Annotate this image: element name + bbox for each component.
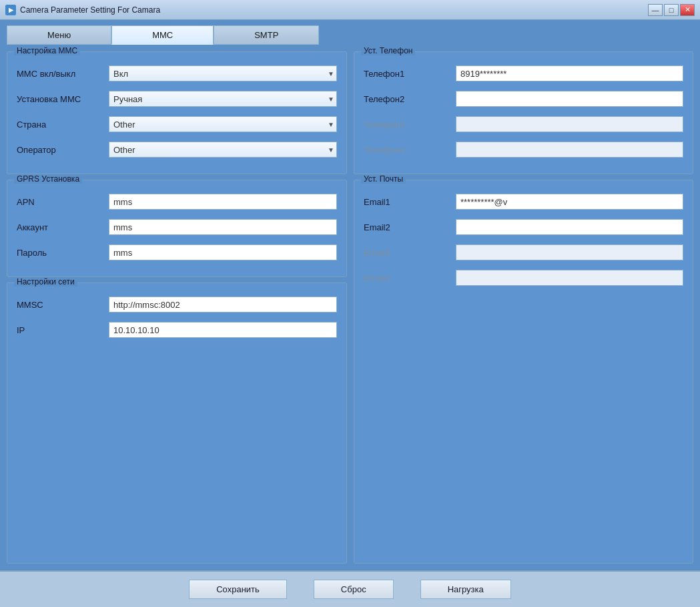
email2-row: Email2 [364,219,683,235]
country-row: Страна Other Russia ▼ [17,116,337,132]
password-row: Пароль [17,244,337,260]
save-button[interactable]: Сохранить [189,580,287,599]
phone1-label: Телефон1 [364,69,450,79]
gprs-panel: GPRS Установка APN Аккаунт Пароль [7,180,347,277]
phone1-row: Телефон1 [364,65,683,81]
content-area: Настройка ММС ММС вкл/выкл Вкл Выкл ▼ Ус… [0,45,700,570]
mmc-toggle-wrapper: Вкл Выкл ▼ [109,65,337,81]
main-window: Меню ММС SMTP Настройка ММС ММС вкл/выкл… [0,20,700,607]
maximize-button[interactable]: □ [664,4,679,16]
mmc-setup-select[interactable]: Ручная Авто [109,91,337,107]
apn-label: APN [17,197,103,207]
mmc-toggle-label: ММС вкл/выкл [17,69,103,79]
email1-input[interactable] [456,194,683,210]
ip-label: IP [17,325,103,335]
email2-label: Email2 [364,222,450,232]
operator-select[interactable]: Other [109,142,337,158]
tab-menu[interactable]: Меню [7,25,111,45]
phone1-input[interactable] [456,65,683,81]
close-button[interactable]: ✕ [680,4,695,16]
apn-row: APN [17,194,337,210]
left-bottom-section: GPRS Установка APN Аккаунт Пароль [7,180,347,564]
ip-input[interactable] [109,322,337,338]
window-title: Camera Parameter Setting For Camara [20,5,644,15]
mmc-panel-title: Настройка ММС [14,46,80,55]
email3-row: Email3 [364,244,683,260]
gprs-panel-title: GPRS Установка [14,174,82,184]
mmc-toggle-row: ММС вкл/выкл Вкл Выкл ▼ [17,65,337,81]
country-wrapper: Other Russia ▼ [109,116,337,132]
load-button[interactable]: Нагрузка [420,580,511,599]
title-bar: ▶ Camera Parameter Setting For Camara — … [0,0,700,20]
mmsc-input[interactable] [109,296,337,313]
ip-row: IP [17,322,337,338]
email-settings-panel: Уст. Почты Email1 Email2 Email3 Email4 [354,180,693,564]
apn-input[interactable] [109,194,337,210]
password-label: Пароль [17,248,103,258]
account-row: Аккаунт [17,219,337,235]
phone4-label: Телефон4 [364,145,450,155]
email3-label: Email3 [364,248,450,258]
account-input[interactable] [109,219,337,235]
email4-input [456,270,683,286]
phone4-input [456,142,683,158]
country-label: Страна [17,120,103,130]
mmc-toggle-select[interactable]: Вкл Выкл [109,65,337,81]
phone2-row: Телефон2 [364,91,683,107]
email4-row: Email4 [364,270,683,286]
email1-label: Email1 [364,197,450,207]
mmc-setup-label: Установка ММС [17,94,103,104]
mmc-setup-row: Установка ММС Ручная Авто ▼ [17,91,337,107]
email2-input[interactable] [456,219,683,235]
phone3-row: Телефон3 [364,116,683,132]
phone-settings-panel: Уст. Телефон Телефон1 Телефон2 Телефон3 … [354,51,693,174]
mmc-setup-wrapper: Ручная Авто ▼ [109,91,337,107]
network-panel-title: Настройки сети [14,277,77,286]
footer: Сохранить Сброс Нагрузка [0,570,700,607]
phone2-input[interactable] [456,91,683,107]
minimize-button[interactable]: — [648,4,663,16]
mmsc-label: MMSC [17,300,103,310]
email1-row: Email1 [364,194,683,210]
phone3-input [456,116,683,132]
phone2-label: Телефон2 [364,94,450,104]
phone4-row: Телефон4 [364,142,683,158]
mmsc-row: MMSC [17,296,337,313]
app-icon: ▶ [5,5,16,15]
phone3-label: Телефон3 [364,120,450,130]
password-input[interactable] [109,244,337,260]
top-panels: Настройка ММС ММС вкл/выкл Вкл Выкл ▼ Ус… [7,51,693,174]
operator-label: Оператор [17,145,103,155]
country-select[interactable]: Other Russia [109,116,337,132]
reset-button[interactable]: Сброс [314,580,394,599]
bottom-panels: GPRS Установка APN Аккаунт Пароль [7,180,693,564]
account-label: Аккаунт [17,222,103,232]
mmc-settings-panel: Настройка ММС ММС вкл/выкл Вкл Выкл ▼ Ус… [7,51,347,174]
operator-row: Оператор Other ▼ [17,142,337,158]
email-panel-title: Уст. Почты [361,174,406,184]
operator-wrapper: Other ▼ [109,142,337,158]
tab-smtp[interactable]: SMTP [214,25,319,45]
window-controls: — □ ✕ [648,4,695,16]
tab-mmc[interactable]: ММС [111,25,214,45]
email3-input [456,244,683,260]
phone-panel-title: Уст. Телефон [361,46,415,55]
tab-bar: Меню ММС SMTP [0,20,700,45]
email4-label: Email4 [364,273,450,283]
network-panel: Настройки сети MMSC IP [7,282,347,564]
